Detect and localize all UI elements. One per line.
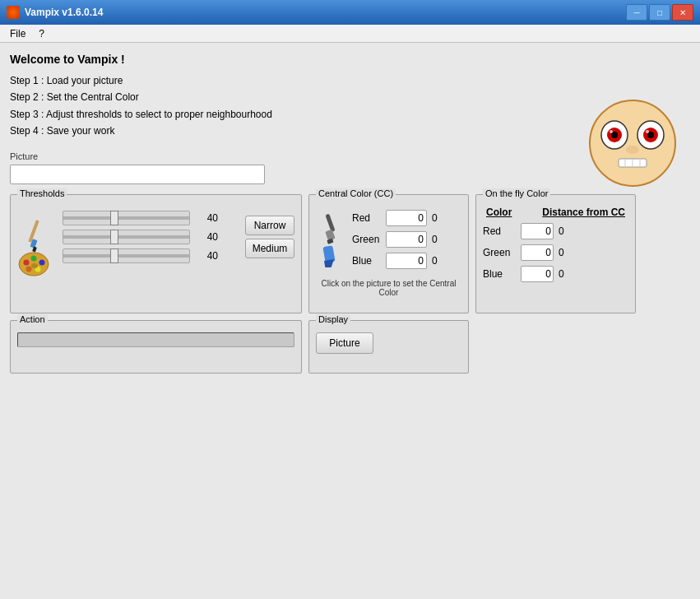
svg-point-7: [610, 130, 613, 133]
medium-button[interactable]: Medium: [245, 239, 294, 258]
svg-rect-24: [325, 213, 335, 231]
threshold-slider-2[interactable]: [63, 235, 189, 239]
menu-help[interactable]: ?: [32, 26, 51, 41]
otf-green-label: Green: [483, 247, 516, 258]
minimize-button[interactable]: ─: [626, 4, 647, 21]
otf-blue-label: Blue: [483, 268, 516, 280]
otf-blue-dist: 0: [559, 268, 575, 280]
thresholds-panel: Thresholds: [10, 194, 302, 313]
close-button[interactable]: ✕: [672, 4, 693, 21]
display-legend: Display: [316, 314, 350, 324]
svg-point-19: [31, 255, 37, 261]
palette-icon: [17, 220, 54, 280]
display-panel: Display Picture: [308, 320, 469, 374]
threshold-value-1: 40: [193, 212, 218, 224]
cc-red-value: 0: [432, 212, 448, 224]
svg-point-22: [26, 266, 32, 272]
cc-red-input[interactable]: [386, 210, 427, 226]
svg-point-13: [626, 146, 639, 154]
window-controls: ─ □ ✕: [626, 4, 693, 21]
central-color-panel: Central Color (CC) Red 0: [308, 194, 469, 313]
titlebar: Vampix v1.6.0.14 ─ □ ✕: [0, 0, 700, 25]
svg-point-20: [39, 259, 45, 265]
otf-green-dist: 0: [559, 247, 575, 258]
cc-blue-label: Blue: [352, 255, 381, 267]
otf-green-input[interactable]: [521, 244, 554, 261]
step-1: Step 1 : Load your picture: [10, 72, 690, 89]
otf-color-header: Color: [486, 207, 512, 218]
app-icon: [7, 6, 20, 19]
otf-panel: On the fly Color Color Distance from CC …: [475, 194, 636, 313]
progress-bar: [17, 332, 294, 347]
cc-blue-value: 0: [432, 255, 448, 267]
cc-legend: Central Color (CC): [316, 188, 396, 198]
main-content: Welcome to Vampix ! Step 1 : Load your p…: [0, 43, 700, 599]
svg-point-18: [24, 259, 30, 265]
maximize-button[interactable]: □: [649, 4, 670, 21]
cc-hint: Click on the picture to set the Central …: [316, 279, 461, 297]
cc-blue-row: Blue 0: [352, 253, 448, 269]
welcome-title: Welcome to Vampix !: [10, 53, 690, 66]
thresholds-legend: Thresholds: [17, 188, 67, 198]
otf-red-dist: 0: [559, 225, 575, 237]
menu-file[interactable]: File: [3, 26, 32, 41]
picture-path-input[interactable]: [10, 165, 265, 184]
cc-green-label: Green: [352, 234, 381, 245]
otf-green-row: Green 0: [483, 244, 628, 261]
otf-red-row: Red 0: [483, 223, 628, 239]
dropper-icon: [316, 210, 347, 270]
otf-dist-header: Distance from CC: [542, 207, 625, 218]
cc-red-row: Red 0: [352, 210, 448, 226]
panels-row: Thresholds: [10, 194, 690, 313]
svg-point-8: [646, 130, 649, 133]
otf-blue-input[interactable]: [521, 266, 554, 282]
slider-1-track: [63, 211, 190, 225]
action-legend: Action: [17, 314, 48, 324]
cc-blue-input[interactable]: [386, 253, 427, 269]
bottom-row: Action Display Picture: [10, 320, 690, 374]
svg-point-0: [590, 100, 675, 186]
menubar: File ?: [0, 25, 700, 43]
otf-header: Color Distance from CC: [483, 207, 628, 218]
cc-green-input[interactable]: [386, 231, 427, 248]
cc-red-label: Red: [352, 212, 381, 224]
action-panel: Action: [10, 320, 302, 374]
threshold-slider-1[interactable]: [63, 216, 189, 220]
otf-red-label: Red: [483, 225, 516, 237]
threshold-buttons: Narrow Medium: [245, 216, 294, 258]
svg-point-23: [31, 263, 38, 268]
slider-3-track: [63, 248, 190, 263]
threshold-value-3: 40: [193, 250, 218, 262]
slider-2-track: [63, 230, 190, 244]
otf-red-input[interactable]: [521, 223, 554, 239]
cc-green-value: 0: [432, 234, 448, 245]
threshold-value-2: 40: [193, 231, 218, 243]
cc-green-row: Green 0: [352, 231, 448, 248]
otf-legend: On the fly Color: [483, 188, 550, 198]
otf-blue-row: Blue 0: [483, 266, 628, 282]
mascot-logo: [587, 98, 678, 188]
app-title: Vampix v1.6.0.14: [25, 7, 103, 18]
narrow-button[interactable]: Narrow: [245, 216, 294, 235]
display-picture-button[interactable]: Picture: [316, 332, 373, 354]
threshold-slider-3[interactable]: [63, 254, 189, 258]
